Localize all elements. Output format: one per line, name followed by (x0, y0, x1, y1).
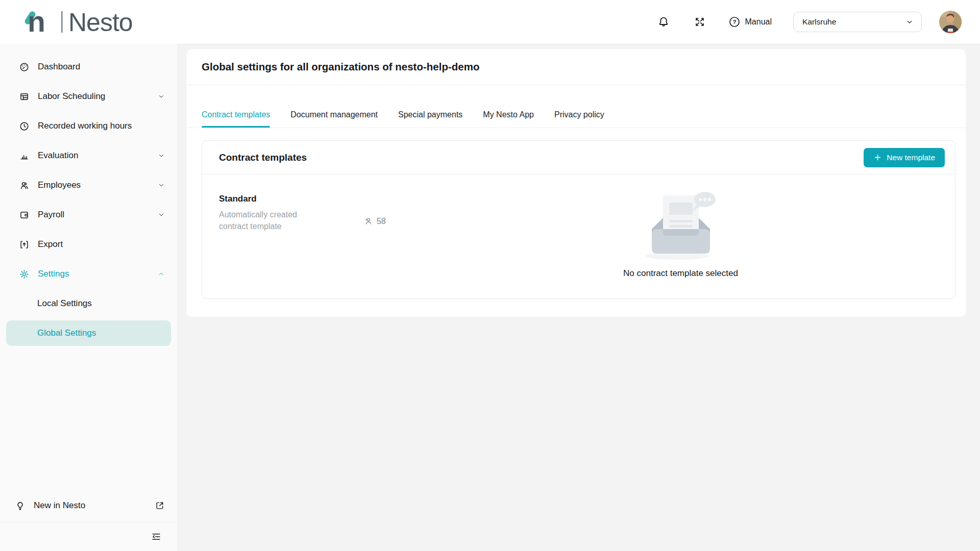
location-select-value: Karlsruhe (802, 17, 836, 27)
export-box-icon (18, 239, 30, 250)
sidebar-footer: New in Nesto (0, 492, 177, 551)
sidebar-item-label: Settings (38, 269, 69, 279)
main-area: Global settings for all organizations of… (177, 44, 980, 551)
svg-text:Nesto: Nesto (68, 8, 133, 37)
new-template-label: New template (887, 153, 935, 162)
gear-icon (18, 269, 30, 280)
fullscreen-icon (694, 16, 706, 28)
avatar-photo (939, 11, 962, 33)
collapse-sidebar-icon (151, 531, 162, 542)
card-header: Contract templates New template (202, 141, 955, 174)
template-info: Standard Automatically created contract … (219, 194, 308, 232)
notifications-button[interactable] (657, 15, 670, 29)
panel-header: Global settings for all organizations of… (186, 49, 966, 85)
tab-special-payments[interactable]: Special payments (398, 85, 462, 128)
person-icon (363, 216, 373, 226)
chevron-down-icon (158, 211, 165, 218)
card-body: Standard Automatically created contract … (202, 174, 955, 298)
chevron-up-icon (158, 270, 165, 278)
card-title: Contract templates (219, 152, 307, 163)
template-name: Standard (219, 194, 308, 204)
sidebar-item-label: Dashboard (38, 62, 80, 72)
empty-state-text: No contract template selected (623, 268, 738, 279)
sidebar-item-label: Payroll (38, 210, 64, 220)
location-select[interactable]: Karlsruhe (793, 12, 922, 32)
tab-my-nesto-app[interactable]: My Nesto App (483, 85, 534, 128)
help-circle-icon: ? (728, 16, 741, 28)
sidebar-item-label: Evaluation (38, 151, 78, 161)
plus-icon (873, 153, 882, 162)
sidebar-subitem-global-settings[interactable]: Global Settings (6, 320, 171, 346)
manual-button[interactable]: ? Manual (728, 16, 772, 28)
template-row-standard[interactable]: Standard Automatically created contract … (219, 194, 386, 232)
template-employee-count: 58 (363, 210, 386, 232)
sidebar-item-dashboard[interactable]: Dashboard (4, 54, 173, 80)
new-template-button[interactable]: New template (864, 148, 945, 167)
user-avatar[interactable] (939, 11, 962, 33)
global-settings-panel: Global settings for all organizations of… (186, 49, 966, 317)
topbar: n Nesto ? Manual (0, 0, 980, 44)
svg-text:n: n (28, 7, 45, 37)
new-in-nesto-label: New in Nesto (34, 500, 85, 511)
app-body: Dashboard Labor Scheduling Recorded (0, 44, 980, 551)
tab-document-management[interactable]: Document management (290, 85, 378, 128)
clock-icon (18, 121, 30, 132)
sidebar-item-labor-scheduling[interactable]: Labor Scheduling (4, 84, 173, 109)
new-in-nesto-link[interactable]: New in Nesto (0, 492, 177, 519)
template-description: Automatically created contract template (219, 209, 308, 232)
fullscreen-button[interactable] (694, 16, 706, 28)
people-icon (18, 180, 30, 191)
wallet-icon (18, 210, 30, 220)
manual-label: Manual (745, 17, 772, 27)
sidebar-item-evaluation[interactable]: Evaluation (4, 143, 173, 168)
employee-count-value: 58 (377, 216, 386, 226)
collapse-sidebar-button[interactable] (151, 531, 162, 542)
contract-templates-card: Contract templates New template Standard… (202, 140, 955, 299)
sidebar-item-label: Labor Scheduling (38, 91, 105, 102)
chevron-down-icon (158, 152, 165, 159)
sidebar-item-recorded-working-hours[interactable]: Recorded working hours (4, 113, 173, 139)
sidebar-item-label: Recorded working hours (38, 121, 132, 131)
sidebar-item-label: Export (38, 239, 63, 249)
sidebar-item-payroll[interactable]: Payroll (4, 202, 173, 228)
sidebar-item-export[interactable]: Export (4, 232, 173, 257)
tab-contract-templates[interactable]: Contract templates (202, 85, 270, 128)
external-link-icon (155, 500, 165, 511)
template-list: Standard Automatically created contract … (202, 174, 406, 298)
tab-privacy-policy[interactable]: Privacy policy (554, 85, 604, 128)
settings-tabs: Contract templates Document management S… (186, 85, 966, 128)
sidebar: Dashboard Labor Scheduling Recorded (0, 44, 177, 551)
schedule-table-icon (18, 91, 30, 102)
sidebar-subitem-label: Local Settings (37, 298, 92, 309)
sidebar-item-settings[interactable]: Settings (4, 261, 173, 287)
collapse-row (0, 522, 177, 551)
nesto-logo-icon: n Nesto (24, 7, 152, 37)
bell-icon (657, 15, 670, 29)
chevron-down-icon (158, 93, 165, 100)
lightbulb-icon (14, 500, 26, 511)
sidebar-subitem-label: Global Settings (37, 328, 96, 338)
chevron-down-icon (158, 182, 165, 189)
empty-inbox-illustration (643, 191, 719, 260)
topbar-actions: ? Manual Karlsruhe (657, 11, 962, 33)
nesto-logo[interactable]: n Nesto (24, 7, 152, 37)
bar-chart-icon (18, 151, 30, 161)
sidebar-item-label: Employees (38, 180, 81, 190)
template-detail-empty-state: No contract template selected (406, 174, 955, 298)
sidebar-subitem-local-settings[interactable]: Local Settings (6, 291, 171, 316)
gauge-icon (18, 62, 30, 72)
chevron-down-icon (905, 18, 914, 26)
svg-text:?: ? (732, 19, 736, 25)
sidebar-item-employees[interactable]: Employees (4, 172, 173, 198)
page-title: Global settings for all organizations of… (202, 61, 479, 73)
